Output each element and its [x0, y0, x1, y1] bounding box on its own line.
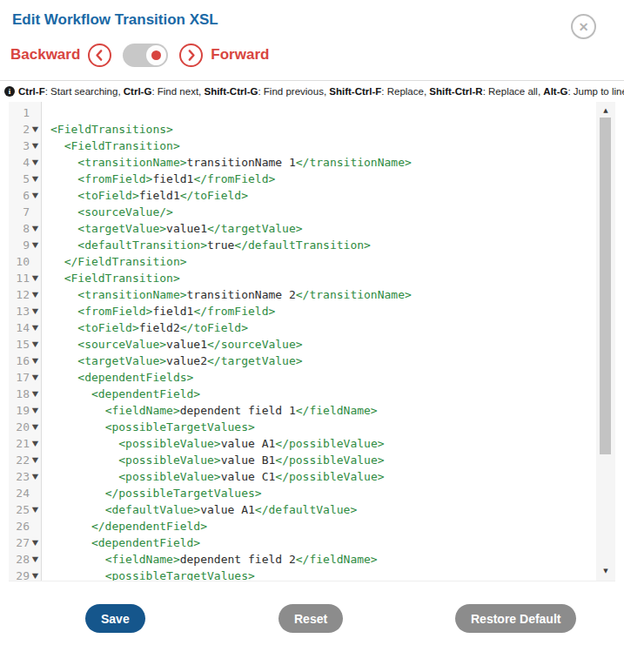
xml-tag-token: <possibleTargetValues>	[105, 569, 255, 581]
xml-tag-token: <possibleValue>	[118, 437, 220, 450]
code-line: </dependentField>	[50, 518, 595, 534]
save-button[interactable]: Save	[85, 604, 145, 633]
gutter-line: 17▼	[9, 369, 41, 386]
fold-arrow-icon[interactable]: ▼	[29, 286, 43, 303]
forward-label: Forward	[211, 46, 269, 64]
code-line: <FieldTransition>	[50, 270, 595, 286]
code-line: <toField>field2</toField>	[50, 319, 595, 336]
fold-arrow-icon[interactable]: ▼	[29, 402, 43, 419]
shortcut-hint-bar: i Ctrl-F: Start searching, Ctrl-G: Find …	[0, 80, 624, 102]
backward-button[interactable]	[88, 44, 111, 67]
fold-arrow-icon[interactable]: ▼	[29, 568, 43, 581]
fold-arrow-icon[interactable]: ▼	[29, 336, 43, 353]
xml-text-token	[50, 156, 77, 169]
fold-arrow-icon[interactable]: ▼	[29, 121, 43, 138]
xml-tag-token: <transitionName>	[77, 288, 186, 301]
line-number: 1	[9, 106, 30, 119]
fold-arrow-icon[interactable]: ▼	[29, 237, 43, 253]
xml-text-token	[50, 520, 91, 533]
fold-arrow-icon[interactable]: ▼	[29, 154, 43, 171]
xml-text-token: field1	[152, 172, 193, 185]
code-area[interactable]: <FieldTransitions> <FieldTransition> <tr…	[43, 102, 595, 581]
line-number: 24	[9, 487, 30, 500]
xml-text-token	[50, 321, 77, 334]
fold-arrow-icon[interactable]: ▼	[29, 270, 43, 286]
fold-arrow-icon[interactable]: ▼	[29, 220, 43, 237]
xml-tag-token: <targetValue>	[77, 354, 166, 367]
close-button[interactable]: ✕	[571, 14, 596, 39]
fold-arrow-icon[interactable]: ▼	[29, 303, 43, 319]
xml-text-token	[50, 139, 64, 152]
gutter-line: 5▼	[9, 171, 41, 187]
xml-text-token: value A1	[200, 503, 255, 516]
xml-text-token: true	[207, 239, 234, 252]
scrollbar-thumb[interactable]	[600, 118, 611, 454]
code-line: <sourceValue>value1</sourceValue>	[50, 336, 595, 353]
gutter-line: 22▼	[9, 452, 41, 468]
line-number: 16	[9, 354, 30, 367]
xml-tag-token: <dependentField>	[91, 387, 200, 400]
xml-tag-token: </defaultTransition>	[234, 239, 371, 252]
code-line: </FieldTransition>	[50, 253, 595, 270]
xml-text-token	[50, 222, 77, 235]
fold-arrow-icon[interactable]: ▼	[29, 534, 43, 551]
xml-tag-token: <possibleValue>	[118, 470, 220, 483]
code-line: <FieldTransition>	[50, 138, 595, 154]
xml-text-token	[50, 172, 77, 185]
gutter-line: 29▼	[9, 568, 41, 581]
vertical-scrollbar[interactable]: ▲ ▼	[596, 102, 615, 581]
xml-code-editor[interactable]: 12▼3▼4▼5▼6▼78▼9▼1011▼12▼13▼14▼15▼16▼17▼1…	[9, 102, 615, 581]
gutter-line: 27▼	[9, 534, 41, 551]
gutter-line: 23▼	[9, 468, 41, 485]
reset-button[interactable]: Reset	[278, 604, 343, 633]
fold-arrow-icon[interactable]: ▼	[29, 187, 43, 204]
line-number: 13	[9, 305, 30, 318]
line-number: 20	[9, 420, 30, 433]
xml-tag-token: <defaultValue>	[105, 503, 201, 516]
xml-text-token: field2	[139, 321, 180, 334]
xml-tag-token: </dependentField>	[91, 520, 207, 533]
xml-tag-token: <sourceValue>	[77, 338, 166, 351]
fold-arrow-icon[interactable]: ▼	[29, 319, 43, 336]
gutter-line: 10	[9, 253, 41, 270]
xml-text-token	[50, 420, 105, 433]
fold-arrow-icon[interactable]: ▼	[29, 435, 43, 452]
line-number: 2	[9, 123, 30, 136]
fold-arrow-icon[interactable]: ▼	[29, 171, 43, 187]
xml-text-token	[50, 387, 91, 400]
fold-arrow-icon[interactable]: ▼	[29, 551, 43, 568]
scroll-down-arrow-icon[interactable]: ▼	[596, 564, 615, 578]
restore-default-button[interactable]: Restore Default	[455, 604, 576, 633]
gutter-line: 9▼	[9, 237, 41, 253]
shortcut-key: Shift-Ctrl-G	[204, 86, 258, 97]
gutter-line: 13▼	[9, 303, 41, 319]
toggle-dot-icon	[151, 50, 161, 60]
xml-tag-token: </fromField>	[193, 172, 275, 185]
direction-toggle[interactable]	[123, 44, 168, 67]
fold-arrow-icon[interactable]: ▼	[29, 386, 43, 402]
xml-text-token	[50, 487, 105, 500]
line-number: 15	[9, 338, 30, 351]
fold-arrow-icon[interactable]: ▼	[29, 419, 43, 435]
code-line: <possibleTargetValues>	[50, 568, 595, 581]
xml-tag-token: </possibleValue>	[275, 454, 384, 467]
fold-arrow-icon[interactable]: ▼	[29, 452, 43, 468]
scroll-up-arrow-icon[interactable]: ▲	[596, 104, 615, 118]
fold-arrow-icon[interactable]: ▼	[29, 138, 43, 154]
history-nav: Backward Forward	[10, 42, 269, 68]
xml-tag-token: <toField>	[77, 321, 138, 334]
xml-text-token	[50, 305, 77, 318]
line-number: 11	[9, 272, 30, 285]
fold-arrow-icon[interactable]: ▼	[29, 353, 43, 369]
fold-arrow-icon[interactable]: ▼	[29, 369, 43, 386]
xml-tag-token: </fieldName>	[296, 404, 378, 417]
forward-button[interactable]	[179, 44, 203, 67]
fold-arrow-icon[interactable]: ▼	[29, 501, 43, 518]
gutter-line: 11▼	[9, 270, 41, 286]
xml-tag-token: <dependentField>	[91, 536, 200, 549]
gutter-line: 28▼	[9, 551, 41, 568]
xml-tag-token: </transitionName>	[296, 156, 412, 169]
xml-text-token	[50, 338, 77, 351]
xml-text-token: value A1	[221, 437, 276, 450]
fold-arrow-icon[interactable]: ▼	[29, 468, 43, 485]
